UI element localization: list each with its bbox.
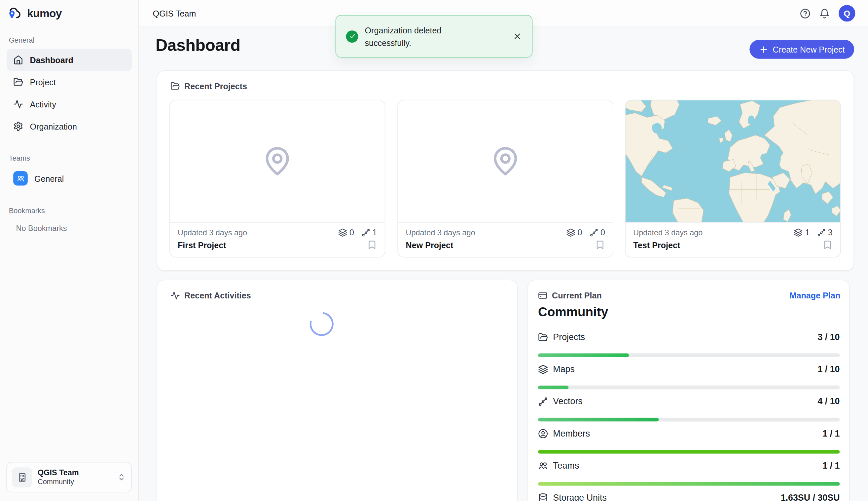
usage-value: 1 / 10: [817, 364, 839, 374]
vectors-count: 1: [372, 228, 377, 237]
plan-row-teams: Teams 1 / 1: [538, 460, 839, 492]
sidebar-item-activity[interactable]: Activity: [7, 93, 132, 115]
vector-route-icon: [361, 228, 370, 237]
app-window: kumoy General Dashboard Project Ac: [0, 0, 868, 501]
current-plan-title: Current Plan: [552, 291, 602, 300]
manage-plan-link[interactable]: Manage Plan: [790, 291, 840, 300]
recent-projects-panel: Recent Projects Updated 3 days ago 0: [156, 71, 854, 271]
layers-icon: [338, 228, 347, 237]
progress-bar-fill: [538, 418, 659, 422]
usage-value: 1 / 1: [822, 461, 839, 471]
usage-label: Vectors: [553, 397, 582, 406]
progress-bar: [538, 386, 839, 390]
create-new-project-label: Create New Project: [773, 45, 845, 54]
current-plan-header: Current Plan Manage Plan: [538, 291, 840, 300]
project-counts: 0 0: [566, 228, 605, 237]
project-updated: Updated 3 days ago: [406, 228, 475, 237]
project-thumbnail-placeholder: [398, 100, 613, 222]
topbar-actions: Q: [800, 5, 868, 21]
sidebar-item-label: Activity: [30, 99, 56, 109]
current-plan-panel: Current Plan Manage Plan Community Proje…: [528, 280, 849, 501]
plan-usage-rows: Projects 3 / 10 Maps: [538, 332, 839, 501]
org-switcher[interactable]: QGIS Team Community: [6, 462, 131, 492]
database-icon: [538, 493, 548, 501]
progress-bar-fill: [538, 353, 629, 357]
progress-bar: [538, 450, 839, 454]
check-circle-icon: [346, 30, 358, 42]
brand-logo[interactable]: kumoy: [0, 0, 138, 26]
progress-bar: [538, 418, 839, 422]
plan-row-vectors: Vectors 4 / 10: [538, 396, 839, 428]
plan-row-maps: Maps 1 / 10: [538, 364, 839, 396]
sidebar-team-general[interactable]: General: [7, 167, 132, 190]
sidebar-item-label: Project: [30, 77, 56, 87]
map-pin-icon: [490, 146, 521, 177]
plan-row-members: Members 1 / 1: [538, 428, 839, 460]
usage-label: Members: [553, 429, 590, 438]
help-icon[interactable]: [800, 8, 811, 19]
usage-label: Maps: [553, 364, 575, 374]
plus-icon: [759, 45, 768, 54]
recent-activities-title: Recent Activities: [184, 291, 251, 300]
project-card-first-project[interactable]: Updated 3 days ago 0 1 First Project: [170, 100, 386, 258]
page-title: Dashboard: [155, 36, 240, 55]
user-avatar[interactable]: Q: [839, 5, 855, 21]
sidebar-item-label: Organization: [30, 121, 77, 131]
maps-count: 0: [578, 228, 582, 237]
usage-value: 1.63SU / 30SU: [781, 493, 840, 501]
progress-bar-fill: [538, 482, 839, 486]
credit-card-icon: [538, 291, 547, 300]
chevrons-up-down-icon[interactable]: [117, 473, 126, 481]
activity-icon: [13, 99, 23, 109]
layers-icon: [566, 228, 575, 237]
users-icon: [538, 461, 548, 471]
team-avatar: [13, 171, 28, 186]
sidebar-section-general: General: [9, 36, 132, 44]
vectors-count: 0: [600, 228, 605, 237]
project-counts: 1 3: [794, 228, 833, 237]
bookmark-icon[interactable]: [595, 240, 605, 250]
project-card-test-project[interactable]: Updated 3 days ago 1 3 Test Project: [625, 100, 841, 258]
project-card-footer: Updated 3 days ago 1 3 Test Project: [626, 222, 840, 257]
project-updated: Updated 3 days ago: [178, 228, 247, 237]
project-map-thumbnail: [626, 100, 840, 222]
project-updated: Updated 3 days ago: [633, 228, 703, 237]
project-name: First Project: [178, 240, 226, 249]
maps-count: 0: [349, 228, 354, 237]
sidebar-section-bookmarks: Bookmarks: [9, 206, 132, 215]
usage-value: 1 / 1: [822, 429, 839, 438]
bookmark-icon[interactable]: [823, 240, 833, 250]
project-card-new-project[interactable]: Updated 3 days ago 0 0 New Project: [397, 100, 614, 258]
sidebar-section-teams: Teams: [9, 154, 132, 162]
sidebar-item-label: Dashboard: [30, 55, 73, 64]
project-card-footer: Updated 3 days ago 0 1 First Project: [170, 222, 385, 257]
vectors-count: 3: [828, 228, 833, 237]
vector-route-icon: [538, 397, 548, 406]
maps-count: 1: [805, 228, 810, 237]
sidebar-item-organization[interactable]: Organization: [7, 115, 132, 138]
sidebar-item-dashboard[interactable]: Dashboard: [7, 49, 132, 71]
building-icon: [12, 467, 32, 487]
notifications-bell-icon[interactable]: [820, 8, 830, 19]
user-circle-icon: [538, 429, 548, 438]
sidebar-item-project[interactable]: Project: [7, 71, 132, 93]
sidebar: kumoy General Dashboard Project Ac: [0, 0, 139, 501]
progress-bar-fill: [538, 386, 568, 390]
create-new-project-button[interactable]: Create New Project: [749, 40, 854, 59]
close-icon[interactable]: [513, 32, 522, 41]
layers-icon: [538, 364, 548, 374]
activity-icon: [171, 291, 180, 300]
gear-icon: [13, 121, 23, 131]
bookmarks-empty-state: No Bookmarks: [16, 224, 132, 233]
plan-row-storage-units: Storage Units 1.63SU / 30SU: [538, 492, 839, 501]
usage-label: Teams: [553, 461, 579, 471]
map-pin-icon: [262, 146, 293, 177]
world-map: [626, 100, 840, 222]
main-content: Dashboard Create New Project Recent Proj…: [139, 27, 868, 501]
kumoy-logo-icon: [8, 7, 23, 21]
usage-value: 3 / 10: [817, 332, 839, 342]
vector-route-icon: [817, 228, 826, 237]
bookmark-icon[interactable]: [367, 240, 377, 250]
recent-projects-header: Recent Projects: [171, 81, 247, 90]
folder-open-icon: [13, 77, 23, 87]
